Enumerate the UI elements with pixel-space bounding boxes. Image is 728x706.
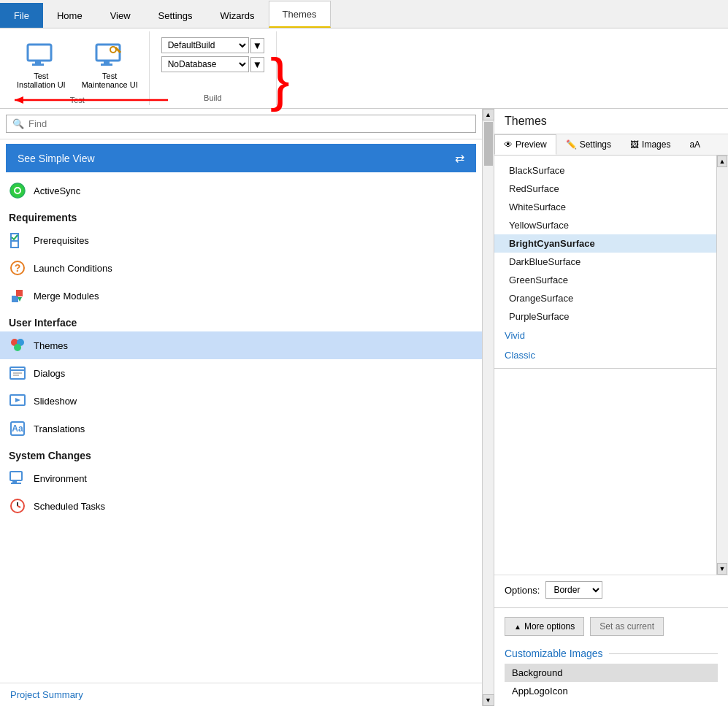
tab-images[interactable]: 🖼 Images <box>621 134 680 155</box>
merge-modules-icon <box>9 287 26 304</box>
scroll-up-btn[interactable]: ▲ <box>483 109 494 120</box>
no-database-arrow-btn[interactable]: ▼ <box>250 57 264 72</box>
svg-rect-4 <box>104 61 110 64</box>
no-database-select[interactable]: NoDatabase <box>161 56 249 72</box>
divider-1 <box>494 368 716 369</box>
activesync-icon <box>9 182 26 199</box>
svg-rect-5 <box>101 64 112 66</box>
theme-orange-surface[interactable]: OrangeSurface <box>494 289 716 307</box>
left-scrollbar[interactable]: ▲ ▼ <box>483 109 494 706</box>
ribbon-group-build: DefaultBuild ▼ NoDatabase ▼ Build <box>150 31 277 105</box>
svg-rect-30 <box>12 480 17 483</box>
tab-file[interactable]: File <box>0 3 43 28</box>
svg-rect-0 <box>28 45 51 61</box>
svg-line-34 <box>18 506 20 507</box>
more-options-button[interactable]: ▲ More options <box>505 617 584 636</box>
theme-group-classic[interactable]: Classic <box>494 345 716 365</box>
ribbon-build-group-label: Build <box>204 91 221 102</box>
themes-scroll-up[interactable]: ▲ <box>717 156 727 167</box>
switch-icon: ⇄ <box>455 151 464 165</box>
simple-view-button[interactable]: See Simple View ⇄ <box>6 144 476 172</box>
nav-item-activesync[interactable]: ActiveSync <box>0 177 482 204</box>
theme-dark-blue-surface[interactable]: DarkBlueSurface <box>494 253 716 271</box>
tab-images-label: Images <box>642 139 670 150</box>
scroll-thumb[interactable] <box>484 122 493 166</box>
svg-rect-16 <box>16 290 23 296</box>
project-summary[interactable]: Project Summary <box>0 683 482 706</box>
translations-label: Translations <box>34 423 85 434</box>
tab-settings[interactable]: ✏️ Settings <box>556 134 621 155</box>
themes-list: BlackSurface RedSurface WhiteSurface Yel… <box>494 156 716 575</box>
dialogs-label: Dialogs <box>34 368 65 379</box>
svg-point-10 <box>10 183 25 198</box>
options-select[interactable]: Border Shadow None <box>545 581 602 599</box>
image-item-background[interactable]: Background <box>505 664 718 682</box>
prerequisites-icon <box>9 231 26 249</box>
themes-panel: Themes 👁 Preview ✏️ Settings 🖼 Images aA <box>494 109 728 706</box>
nav-item-environment[interactable]: Environment <box>0 464 482 492</box>
tab-settings[interactable]: Settings <box>145 3 207 28</box>
ribbon: Test Installation UI Test Maintenance UI… <box>0 28 728 109</box>
themes-tabs: 👁 Preview ✏️ Settings 🖼 Images aA <box>494 134 728 156</box>
simple-view-label: See Simple View <box>18 153 95 164</box>
tab-view[interactable]: View <box>96 3 145 28</box>
set-as-current-button[interactable]: Set as current <box>590 617 664 636</box>
svg-rect-15 <box>12 296 18 302</box>
tab-wizards[interactable]: Wizards <box>207 3 269 28</box>
translations-icon: Aa <box>9 420 26 437</box>
tab-settings-label: Settings <box>580 139 611 150</box>
slideshow-label: Slideshow <box>34 396 77 407</box>
preview-icon: 👁 <box>504 139 513 150</box>
search-icon: 🔍 <box>12 118 24 129</box>
nav-item-launch-conditions[interactable]: ? Launch Conditions <box>0 254 482 282</box>
monitor-wrench-icon <box>95 41 124 70</box>
requirements-header: Requirements <box>0 204 482 226</box>
themes-scrollbar[interactable]: ▲ ▼ <box>716 156 728 575</box>
build-area: DefaultBuild ▼ NoDatabase ▼ <box>156 34 270 91</box>
ribbon-test-buttons: Test Installation UI Test Maintenance UI <box>12 34 143 93</box>
customizable-images-header: Customizable Images <box>505 648 718 659</box>
monitor-icon <box>26 41 55 70</box>
svg-marker-26 <box>15 398 20 402</box>
svg-rect-1 <box>35 61 41 64</box>
theme-purple-surface[interactable]: PurpleSurface <box>494 307 716 326</box>
theme-green-surface[interactable]: GreenSurface <box>494 271 716 289</box>
options-row: Options: Border Shadow None <box>494 575 728 605</box>
scroll-down-btn[interactable]: ▼ <box>483 694 494 706</box>
ribbon-group-test: Test Installation UI Test Maintenance UI… <box>6 31 150 105</box>
tab-preview[interactable]: 👁 Preview <box>494 134 556 155</box>
search-input[interactable] <box>28 118 470 129</box>
build-dropdown-row2: NoDatabase ▼ <box>161 56 264 72</box>
test-maintenance-btn[interactable]: Test Maintenance UI <box>77 37 143 93</box>
theme-bright-cyan-surface[interactable]: BrightCyanSurface <box>494 234 716 253</box>
tab-home[interactable]: Home <box>43 3 96 28</box>
more-options-label: More options <box>524 621 575 632</box>
theme-yellow-surface[interactable]: YellowSurface <box>494 216 716 234</box>
test-maintenance-label: Test Maintenance UI <box>82 72 138 89</box>
nav-item-dialogs[interactable]: Dialogs <box>0 359 482 387</box>
nav-item-translations[interactable]: Aa Translations <box>0 415 482 442</box>
nav-item-themes[interactable]: Themes <box>0 331 482 359</box>
search-bar: 🔍 <box>0 109 482 139</box>
theme-white-surface[interactable]: WhiteSurface <box>494 198 716 216</box>
nav-item-prerequisites[interactable]: Prerequisites <box>0 226 482 254</box>
nav-item-scheduled-tasks[interactable]: Scheduled Tasks <box>0 492 482 520</box>
environment-icon <box>9 469 26 487</box>
theme-red-surface[interactable]: RedSurface <box>494 180 716 198</box>
default-build-select[interactable]: DefaultBuild <box>161 37 249 53</box>
theme-black-surface[interactable]: BlackSurface <box>494 161 716 180</box>
nav-item-slideshow[interactable]: Slideshow <box>0 387 482 415</box>
themes-scroll-down[interactable]: ▼ <box>717 563 727 575</box>
build-arrow-btn[interactable]: ▼ <box>250 38 264 53</box>
tab-aa[interactable]: aA <box>680 134 710 155</box>
svg-rect-31 <box>11 483 21 484</box>
scroll-track <box>484 120 493 694</box>
nav-item-merge-modules[interactable]: Merge Modules <box>0 282 482 310</box>
image-item-applogo[interactable]: AppLogoIcon <box>505 682 718 700</box>
theme-group-vivid[interactable]: Vivid <box>494 326 716 345</box>
divider-2 <box>494 607 728 608</box>
test-installation-btn[interactable]: Test Installation UI <box>12 37 71 93</box>
tab-themes[interactable]: Themes <box>269 1 331 28</box>
images-icon: 🖼 <box>630 139 639 150</box>
themes-label: Themes <box>34 340 68 351</box>
